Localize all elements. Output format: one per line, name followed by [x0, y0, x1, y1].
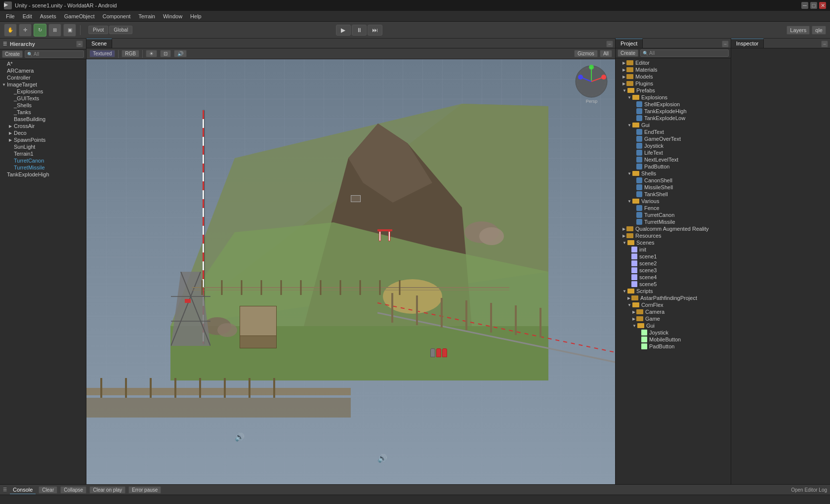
scene-view[interactable]: 🔊 🔊 Y X Z [86, 59, 615, 484]
console-collapse-btn[interactable]: Collapse [60, 486, 86, 494]
project-item-astar[interactable]: ▶ AstarPathfindingProject [616, 294, 731, 301]
console-clear-on-play-btn[interactable]: Clear on play [89, 486, 125, 494]
menu-edit[interactable]: Edit [19, 12, 36, 20]
scene-extra-btn1[interactable]: ☀ [146, 50, 157, 57]
hierarchy-item[interactable]: _GUITexts [0, 95, 86, 102]
project-item-joystick[interactable]: ▶ Joystick [616, 142, 731, 149]
project-item-tankshell[interactable]: ▶ TankShell [616, 191, 731, 198]
play-button[interactable]: ▶ [336, 25, 351, 36]
hierarchy-item-shells[interactable]: _Shells [0, 102, 86, 109]
project-item-resources[interactable]: ▶ Resources [616, 232, 731, 239]
gizmos-btn[interactable]: Gizmos [574, 50, 598, 57]
hierarchy-item[interactable]: TankExplodeHigh [0, 171, 86, 178]
menu-assets[interactable]: Assets [36, 12, 60, 20]
tool-scale[interactable]: ⊞ [48, 24, 61, 37]
hierarchy-item-sunlight[interactable]: SunLight [0, 143, 86, 150]
project-item-materials[interactable]: ▶ Materials [616, 66, 731, 73]
console-clear-btn[interactable]: Clear [39, 486, 57, 494]
project-item-canonshell[interactable]: ▶ CanonShell [616, 177, 731, 184]
inspector-minimize-btn[interactable]: – [821, 41, 828, 47]
project-item-camera[interactable]: ▶ Camera [616, 308, 731, 315]
open-editor-log-link[interactable]: Open Editor Log [791, 487, 827, 493]
project-item-scene1[interactable]: ▶ scene1 [616, 253, 731, 260]
hierarchy-item-turretmissile[interactable]: TurretMissile [0, 164, 86, 171]
hierarchy-item[interactable]: ▶ SpawnPoints [0, 136, 86, 143]
hierarchy-item[interactable]: A* [0, 60, 86, 67]
hierarchy-item[interactable]: ▶ CrossAir [0, 123, 86, 129]
textured-btn[interactable]: Textured [89, 50, 115, 57]
hierarchy-item-deco[interactable]: ▶ Deco [0, 129, 86, 136]
maximize-btn[interactable]: □ [810, 2, 817, 9]
tool-move[interactable]: ✛ [19, 24, 32, 37]
project-item-editor[interactable]: ▶ Editor [616, 59, 731, 66]
project-item-shellexplosion[interactable]: ▶ ShellExplosion [616, 101, 731, 108]
project-item-shells[interactable]: ▼ Shells [616, 170, 731, 177]
menu-help[interactable]: Help [186, 12, 206, 20]
hierarchy-item[interactable]: _Tanks [0, 109, 86, 116]
tool-rect[interactable]: ▣ [63, 24, 76, 37]
close-btn[interactable]: ✕ [819, 2, 826, 9]
project-item-padbutton[interactable]: ▶ PadButton [616, 163, 731, 170]
project-item-scene2[interactable]: ▶ scene2 [616, 260, 731, 267]
project-item-scene5[interactable]: ▶ scene5 [616, 281, 731, 288]
scene-extra-btn2[interactable]: ⊡ [160, 50, 171, 57]
project-item-prefabs[interactable]: ▼ Prefabs [616, 87, 731, 94]
project-item-gameovertext[interactable]: ▶ GameOverText [616, 135, 731, 142]
project-item-cornflex[interactable]: ▼ CornFlex [616, 301, 731, 308]
menu-file[interactable]: File [2, 12, 19, 20]
project-item-gui[interactable]: ▼ Gui [616, 122, 731, 128]
project-item-joystick-script[interactable]: ▶ Joystick [616, 329, 731, 336]
console-error-pause-btn[interactable]: Error pause [128, 486, 161, 494]
layers-dropdown[interactable]: Layers [787, 26, 810, 35]
project-item-turretcanon[interactable]: ▶ TurretCanon [616, 211, 731, 218]
project-item-mobilebutton-script[interactable]: ▶ MobileButton [616, 336, 731, 343]
tool-hand[interactable]: ✋ [4, 24, 17, 37]
project-item-scripts[interactable]: ▼ Scripts [616, 288, 731, 294]
project-item-turretmissile[interactable]: ▶ TurretMissile [616, 218, 731, 225]
all-btn[interactable]: All [600, 50, 612, 57]
inspector-tab[interactable]: Inspector [731, 39, 764, 48]
console-tab[interactable]: Console [10, 486, 36, 494]
hierarchy-item[interactable]: Terrain1 [0, 150, 86, 157]
scene-minimize-btn[interactable]: – [606, 41, 613, 47]
project-item-fence[interactable]: ▶ Fence [616, 205, 731, 211]
menu-gameobject[interactable]: GameObject [60, 12, 99, 20]
project-item-models[interactable]: ▶ Models [616, 73, 731, 80]
hierarchy-item[interactable]: BaseBuilding [0, 116, 86, 123]
project-item-scene4[interactable]: ▶ scene4 [616, 274, 731, 281]
project-item-gui-scripts[interactable]: ▼ Gui [616, 322, 731, 329]
project-item-endtext[interactable]: ▶ EndText [616, 128, 731, 135]
project-item-padbutton-script[interactable]: ▶ PadButton [616, 343, 731, 350]
hierarchy-item-imagetarget[interactable]: ▼ ImageTarget [0, 81, 86, 88]
project-item-various[interactable]: ▼ Various [616, 198, 731, 205]
project-item-game[interactable]: ▶ Game [616, 315, 731, 322]
project-item-plugins[interactable]: ▶ Plugins [616, 80, 731, 87]
hierarchy-item[interactable]: ARCamera [0, 67, 86, 74]
project-item-scene3[interactable]: ▶ scene3 [616, 267, 731, 274]
project-item-tankexplodelow[interactable]: ▶ TankExplodeLow [616, 115, 731, 122]
hierarchy-item-turretcanon[interactable]: TurretCanon [0, 157, 86, 164]
menu-component[interactable]: Component [98, 12, 134, 20]
menu-window[interactable]: Window [159, 12, 186, 20]
project-minimize-btn[interactable]: – [722, 41, 729, 47]
hierarchy-minimize[interactable]: – [76, 41, 83, 47]
project-tab[interactable]: Project [616, 39, 643, 48]
global-btn[interactable]: Global [109, 26, 132, 34]
menu-terrain[interactable]: Terrain [134, 12, 159, 20]
project-item-init[interactable]: ▶ init [616, 246, 731, 253]
project-create-btn[interactable]: Create [618, 49, 638, 57]
project-item-lifetext[interactable]: ▶ LifeText [616, 149, 731, 156]
step-button[interactable]: ⏭ [368, 25, 382, 36]
hierarchy-item[interactable]: Controller [0, 74, 86, 81]
project-item-nextleveltext[interactable]: ▶ NextLevelText [616, 156, 731, 163]
layout-dropdown[interactable]: qle [812, 26, 826, 35]
project-item-missileshell[interactable]: ▶ MissileShell [616, 184, 731, 191]
rgb-btn[interactable]: RGB [122, 50, 139, 57]
project-item-qualcomm[interactable]: ▶ Qualcomm Augmented Reality [616, 225, 731, 232]
project-item-scenes[interactable]: ▼ Scenes [616, 239, 731, 246]
minimize-btn[interactable]: ─ [801, 2, 808, 9]
scene-tab[interactable]: Scene [86, 39, 112, 48]
project-item-tankexplodehigh[interactable]: ▶ TankExplodeHigh [616, 108, 731, 115]
hierarchy-item[interactable]: _Explosions [0, 88, 86, 95]
scene-extra-btn3[interactable]: 🔊 [174, 50, 187, 57]
